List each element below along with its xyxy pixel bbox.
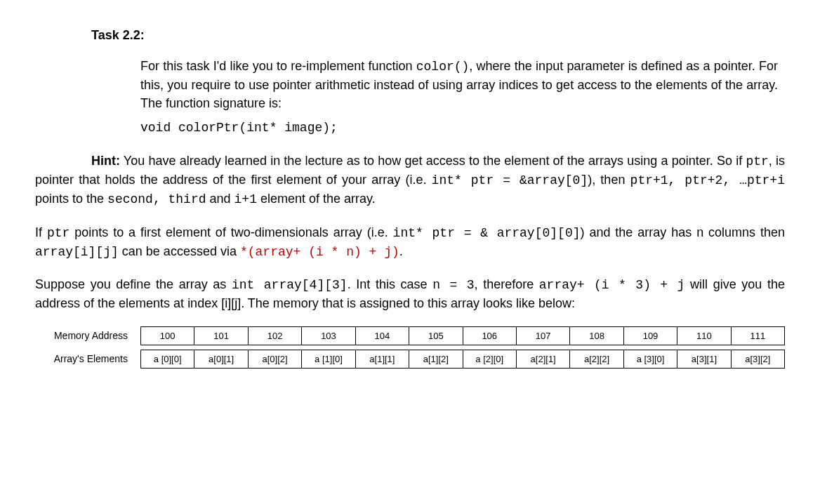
- hint-paragraph: Hint: You have already learned in the le…: [35, 152, 785, 208]
- row-label-elements: Array's Elements: [35, 353, 140, 364]
- address-row: 100101102103104105106107108109110111: [140, 326, 785, 345]
- address-cell: 104: [356, 326, 409, 345]
- code: array[i][j]: [35, 245, 119, 259]
- address-cell: 105: [409, 326, 463, 345]
- element-cell: a [1][0]: [302, 350, 355, 369]
- code: array+ (i * 3) + j: [539, 278, 685, 292]
- code: i+1: [234, 192, 257, 206]
- text: points to the: [35, 192, 107, 206]
- address-cell: 107: [517, 326, 570, 345]
- address-cell: 103: [302, 326, 355, 345]
- code: ptr: [47, 226, 70, 240]
- element-cell: a[3][2]: [732, 350, 785, 369]
- address-cell: 109: [624, 326, 677, 345]
- element-cell: a[1][1]: [356, 350, 409, 369]
- text: .: [399, 244, 403, 258]
- code: ptr: [746, 154, 768, 168]
- address-cell: 102: [249, 326, 302, 345]
- text: points to a first element of two-dimensi…: [70, 225, 392, 239]
- text: and: [206, 192, 234, 206]
- task-title: Task 2.2:: [91, 28, 785, 43]
- text: ), then: [588, 173, 630, 187]
- function-signature: void colorPtr(int* image);: [140, 121, 785, 135]
- intro-paragraph: For this task I'd like you to re-impleme…: [140, 57, 778, 112]
- text: , therefore: [475, 277, 539, 291]
- text: . Int this case: [348, 277, 433, 291]
- text: If: [35, 225, 47, 239]
- memory-table: Memory Address 1001011021031041051061071…: [35, 326, 785, 369]
- paragraph-2: If ptr points to a first element of two-…: [35, 223, 785, 261]
- address-cell: 106: [463, 326, 517, 345]
- paragraph-3: Suppose you define the array as int arra…: [35, 275, 785, 312]
- code: ptr+1, ptr+2, …ptr+i: [630, 173, 785, 187]
- code: int* ptr = &array[0]: [432, 173, 588, 187]
- row-label-address: Memory Address: [35, 330, 140, 341]
- address-cell: 110: [677, 326, 731, 345]
- code: second, third: [107, 192, 206, 206]
- code: int* ptr = & array[0][0]: [393, 226, 581, 240]
- code: n = 3: [432, 278, 474, 292]
- text: For this task I'd like you to re-impleme…: [140, 59, 416, 73]
- elements-row: a [0][0]a[0][1]a[0][2]a [1][0]a[1][1]a[1…: [140, 350, 785, 369]
- element-cell: a[3][1]: [677, 350, 731, 369]
- address-cell: 101: [194, 326, 248, 345]
- code: int array[4][3]: [232, 278, 348, 292]
- element-cell: a[0][1]: [194, 350, 248, 369]
- element-cell: a [3][0]: [624, 350, 677, 369]
- code-red: *(array+ (i * n) + j): [240, 245, 399, 259]
- element-cell: a[1][2]: [409, 350, 463, 369]
- element-cell: a[2][1]: [517, 350, 570, 369]
- address-cell: 100: [140, 326, 194, 345]
- code: color(): [416, 60, 470, 74]
- text: ) and the array has n columns then: [581, 225, 786, 239]
- element-cell: a [2][0]: [463, 350, 517, 369]
- address-cell: 111: [732, 326, 785, 345]
- text: You have already learned in the lecture …: [120, 154, 746, 168]
- hint-lead: Hint:: [91, 154, 120, 168]
- address-cell: 108: [570, 326, 623, 345]
- element-cell: a[2][2]: [570, 350, 623, 369]
- element-cell: a[0][2]: [249, 350, 302, 369]
- text: element of the array.: [257, 192, 376, 206]
- text: Suppose you define the array as: [35, 277, 232, 291]
- element-cell: a [0][0]: [140, 350, 194, 369]
- text: can be accessed via: [119, 244, 240, 258]
